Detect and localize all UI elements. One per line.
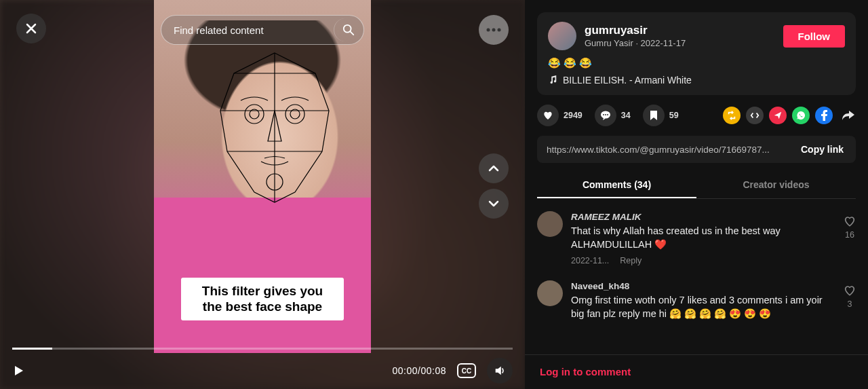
progress-bar[interactable] (12, 348, 513, 350)
comment-item: RAMEEZ MALIK That is why Allah has creat… (537, 204, 856, 274)
comment-like-count: 16 (845, 230, 854, 240)
author-card: gumruyasir Gumru Yasir · 2022-11-17 Foll… (537, 12, 856, 95)
comment-meta: 2022-11... Reply (571, 255, 835, 267)
stats-row: 2949 34 59 (525, 95, 868, 129)
svg-point-7 (492, 29, 496, 32)
share-link-row: https://www.tiktok.com/@gumruyasir/video… (537, 136, 856, 163)
bookmark-icon (649, 110, 658, 121)
comment-count: 34 (621, 111, 631, 120)
next-video-button[interactable] (479, 189, 509, 219)
svg-point-10 (603, 114, 604, 115)
svg-point-11 (605, 114, 606, 115)
share-repost-icon[interactable] (723, 107, 741, 124)
comment-reply-button[interactable]: Reply (620, 255, 642, 267)
music-note-icon (548, 75, 557, 85)
video-caption: This filter gives you the best face shap… (181, 278, 344, 321)
like-count: 2949 (564, 111, 583, 120)
author-names[interactable]: gumruyasir Gumru Yasir · 2022-11-17 (585, 23, 775, 49)
video-player[interactable]: This filter gives you the best face shap… (154, 0, 371, 353)
share-whatsapp-icon[interactable] (792, 107, 810, 124)
follow-button[interactable]: Follow (783, 25, 846, 48)
save-count: 59 (669, 111, 679, 120)
play-button[interactable] (12, 365, 24, 377)
face-wireframe-overlay (214, 50, 336, 206)
svg-point-2 (285, 105, 304, 124)
info-pane: gumruyasir Gumru Yasir · 2022-11-17 Foll… (525, 0, 868, 389)
commenter-avatar[interactable] (537, 280, 563, 306)
video-description: 😂 😂 😂 (548, 57, 845, 69)
share-facebook-icon[interactable] (815, 107, 833, 124)
save-stat[interactable]: 59 (643, 105, 679, 126)
heart-outline-icon (844, 284, 856, 297)
commenter-name[interactable]: RAMEEZ MALIK (571, 211, 835, 223)
progress-fill (12, 348, 52, 350)
svg-point-12 (607, 114, 608, 115)
heart-icon (542, 110, 553, 121)
volume-icon (494, 365, 506, 377)
video-controls: 00:00/00:08 CC (0, 348, 525, 389)
comments-list[interactable]: RAMEEZ MALIK That is why Allah has creat… (525, 199, 868, 354)
tab-creator-videos[interactable]: Creator videos (696, 172, 856, 198)
music-title: BILLIE EILISH. - Armani White (563, 75, 692, 86)
share-forward-icon[interactable] (841, 109, 856, 122)
author-avatar[interactable] (548, 22, 576, 50)
commenter-name[interactable]: Naveed_kh48 (571, 280, 835, 293)
previous-video-button[interactable] (479, 153, 509, 183)
share-send-icon[interactable] (769, 107, 787, 124)
close-button[interactable] (16, 14, 46, 43)
comment-stat[interactable]: 34 (595, 105, 631, 126)
close-icon (24, 22, 38, 35)
volume-button[interactable] (487, 358, 513, 384)
comment-like[interactable]: 3 (844, 280, 856, 320)
comment-item: Naveed_kh48 Omg first time woth only 7 l… (537, 274, 856, 327)
search-placeholder: Find related content (174, 24, 330, 36)
share-embed-icon[interactable] (746, 107, 764, 124)
ellipsis-icon (486, 28, 501, 32)
captions-button[interactable]: CC (457, 363, 476, 378)
comment-text: Omg first time woth only 7 likes and 3 c… (571, 294, 835, 320)
play-icon (12, 365, 24, 377)
comment-icon (600, 110, 611, 121)
like-stat[interactable]: 2949 (537, 105, 583, 126)
copy-link-button[interactable]: Copy link (789, 144, 856, 155)
tabs: Comments (34) Creator videos (537, 172, 856, 199)
share-url[interactable]: https://www.tiktok.com/@gumruyasir/video… (537, 145, 789, 155)
comment-like[interactable]: 16 (844, 211, 856, 267)
svg-point-5 (343, 25, 351, 33)
comment-date: 2022-11... (571, 255, 609, 267)
svg-point-6 (487, 29, 490, 32)
comment-like-count: 3 (848, 299, 852, 309)
music-row[interactable]: BILLIE EILISH. - Armani White (548, 75, 845, 86)
login-to-comment-button[interactable]: Log in to comment (540, 366, 631, 377)
time-display: 00:00/00:08 (393, 365, 446, 376)
comment-text: That is why Allah has created us in the … (571, 225, 835, 251)
video-frame-hoodie (154, 198, 371, 353)
login-prompt-bar: Log in to comment (525, 354, 868, 389)
commenter-avatar[interactable] (537, 211, 563, 237)
heart-outline-icon (844, 215, 856, 227)
svg-point-8 (498, 29, 501, 32)
author-subline: Gumru Yasir · 2022-11-17 (585, 38, 775, 49)
video-pane: This filter gives you the best face shap… (0, 0, 525, 389)
chevron-down-icon (488, 198, 500, 210)
more-options-button[interactable] (479, 15, 509, 45)
author-handle: gumruyasir (585, 23, 775, 37)
svg-point-0 (245, 105, 264, 124)
search-related-content[interactable]: Find related content (161, 15, 364, 45)
chevron-up-icon (488, 162, 500, 174)
tab-comments[interactable]: Comments (34) (537, 172, 696, 198)
search-icon[interactable] (334, 18, 357, 41)
